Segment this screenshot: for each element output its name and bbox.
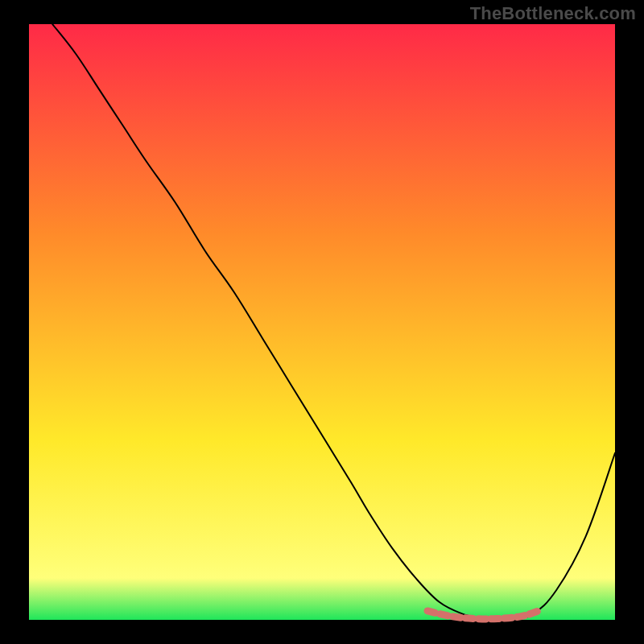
bottleneck-chart <box>0 0 644 644</box>
watermark-text: TheBottleneck.com <box>470 3 636 24</box>
chart-frame: TheBottleneck.com <box>0 0 644 644</box>
gradient-background <box>29 24 615 620</box>
